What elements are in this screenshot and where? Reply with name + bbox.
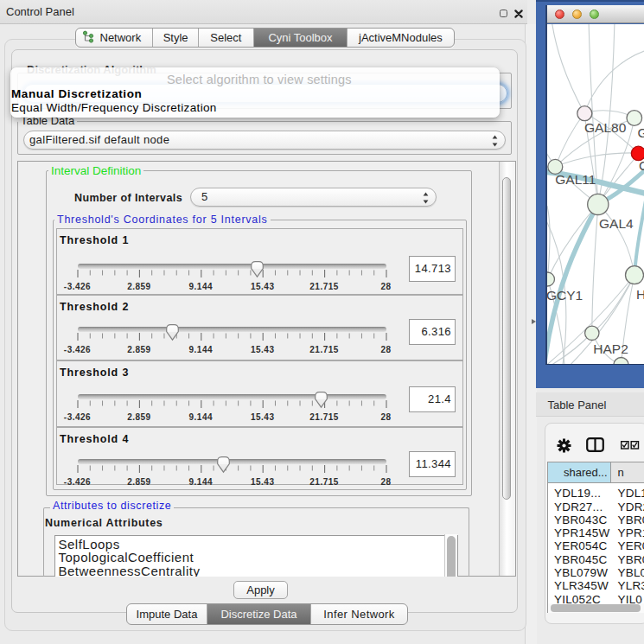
svg-text:GAL80: GAL80 <box>584 119 627 134</box>
svg-text:H: H <box>636 286 644 301</box>
svg-text:HAP2: HAP2 <box>593 341 628 355</box>
svg-text:GAL11: GAL11 <box>555 172 596 187</box>
svg-text:GA: GA <box>637 125 644 140</box>
svg-text:GAL4: GAL4 <box>599 216 634 231</box>
svg-text:GCY1: GCY1 <box>547 287 583 302</box>
svg-text:C: C <box>639 158 644 173</box>
